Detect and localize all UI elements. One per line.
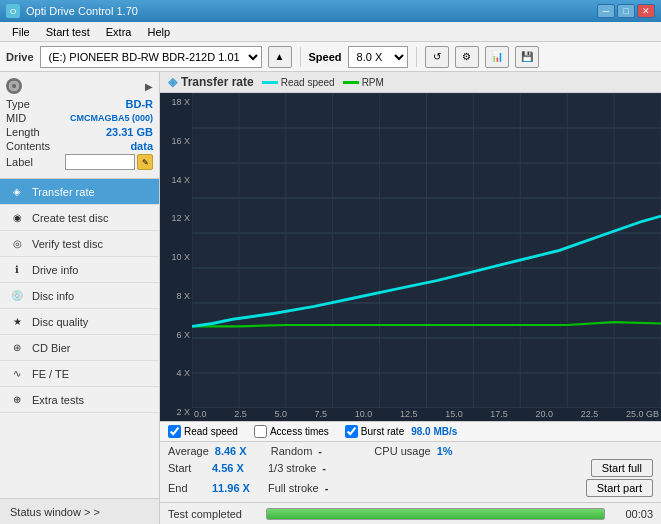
length-value: 23.31 GB — [106, 126, 153, 138]
mid-value: CMCMAGBA5 (000) — [70, 113, 153, 123]
x-axis-17-5: 17.5 — [490, 409, 508, 419]
type-label: Type — [6, 98, 30, 110]
drive-label: Drive — [6, 51, 34, 63]
speed-select[interactable]: 8.0 X — [348, 46, 408, 68]
speed-label: Speed — [309, 51, 342, 63]
sidebar: ▶ Type BD-R MID CMCMAGBA5 (000) Length 2… — [0, 72, 160, 524]
checkbox-access-times[interactable]: Access times — [254, 425, 329, 438]
status-window-button[interactable]: Status window > > — [0, 498, 159, 524]
disc-section: ▶ Type BD-R MID CMCMAGBA5 (000) Length 2… — [0, 72, 159, 179]
x-axis-0: 0.0 — [192, 409, 207, 419]
nav-disc-info[interactable]: 💿 Disc info — [0, 283, 159, 309]
checkboxes-row: Read speed Access times Burst rate 98.0 … — [160, 421, 661, 441]
fe-te-icon: ∿ — [10, 367, 24, 381]
verify-test-disc-icon: ◎ — [10, 237, 24, 251]
cpu-label: CPU usage — [374, 445, 430, 457]
nav-fe-te[interactable]: ∿ FE / TE — [0, 361, 159, 387]
menu-extra[interactable]: Extra — [98, 24, 140, 40]
full-stroke-label: Full stroke — [268, 482, 319, 494]
disc-quality-icon: ★ — [10, 315, 24, 329]
nav-disc-quality[interactable]: ★ Disc quality — [0, 309, 159, 335]
extra-tests-icon: ⊕ — [10, 393, 24, 407]
x-axis-22-5: 22.5 — [581, 409, 599, 419]
x-axis-12-5: 12.5 — [400, 409, 418, 419]
separator — [300, 47, 301, 67]
nav-extra-tests[interactable]: ⊕ Extra tests — [0, 387, 159, 413]
average-value: 8.46 X — [215, 445, 265, 457]
progress-bar — [266, 508, 605, 520]
contents-label: Contents — [6, 140, 50, 152]
label-label: Label — [6, 156, 33, 168]
graph-button[interactable]: 📊 — [485, 46, 509, 68]
app-title: Opti Drive Control 1.70 — [26, 5, 138, 17]
app-icon: O — [6, 4, 20, 18]
transfer-rate-icon: ◈ — [10, 185, 24, 199]
y-axis-label-14: 14 X — [162, 175, 190, 185]
eject-button[interactable]: ▲ — [268, 46, 292, 68]
y-axis-label-4: 4 X — [162, 368, 190, 378]
nav-transfer-rate-label: Transfer rate — [32, 186, 95, 198]
checkbox-read-speed[interactable]: Read speed — [168, 425, 238, 438]
x-axis-15: 15.0 — [445, 409, 463, 419]
settings-button[interactable]: ⚙ — [455, 46, 479, 68]
menu-file[interactable]: File — [4, 24, 38, 40]
x-axis-2-5: 2.5 — [234, 409, 247, 419]
read-speed-checkbox-label: Read speed — [184, 426, 238, 437]
time-display: 00:03 — [613, 508, 653, 520]
start-full-button[interactable]: Start full — [591, 459, 653, 477]
cd-bier-icon: ⊛ — [10, 341, 24, 355]
x-axis-5: 5.0 — [274, 409, 287, 419]
legend-read-speed-label: Read speed — [281, 77, 335, 88]
start-part-button[interactable]: Start part — [586, 479, 653, 497]
nav-transfer-rate[interactable]: ◈ Transfer rate — [0, 179, 159, 205]
progress-bar-fill — [267, 509, 604, 519]
nav-create-test-disc-label: Create test disc — [32, 212, 108, 224]
access-times-checkbox-label: Access times — [270, 426, 329, 437]
svg-point-1 — [12, 84, 16, 88]
nav-drive-info[interactable]: ℹ Drive info — [0, 257, 159, 283]
legend-rpm: RPM — [343, 77, 384, 88]
nav-disc-info-label: Disc info — [32, 290, 74, 302]
legend-rpm-color — [343, 81, 359, 84]
window-controls: ─ □ ✕ — [597, 4, 655, 18]
legend-rpm-label: RPM — [362, 77, 384, 88]
legend-read-speed: Read speed — [262, 77, 335, 88]
label-input[interactable] — [65, 154, 135, 170]
x-axis-10: 10.0 — [355, 409, 373, 419]
nav-verify-test-disc[interactable]: ◎ Verify test disc — [0, 231, 159, 257]
chart-svg — [192, 93, 661, 408]
stats-row-start: Start 4.56 X 1/3 stroke - Start full — [168, 459, 653, 477]
refresh-button[interactable]: ↺ — [425, 46, 449, 68]
chart-header: ◈ Transfer rate Read speed RPM — [160, 72, 661, 93]
random-label: Random — [271, 445, 313, 457]
checkbox-burst-rate[interactable]: Burst rate 98.0 MB/s — [345, 425, 458, 438]
menu-bar: File Start test Extra Help — [0, 22, 661, 42]
y-axis-label-10: 10 X — [162, 252, 190, 262]
full-stroke-value: - — [325, 482, 375, 494]
access-times-checkbox[interactable] — [254, 425, 267, 438]
menu-start-test[interactable]: Start test — [38, 24, 98, 40]
chart-title-text: Transfer rate — [181, 75, 254, 89]
close-button[interactable]: ✕ — [637, 4, 655, 18]
maximize-button[interactable]: □ — [617, 4, 635, 18]
disc-info-icon: 💿 — [10, 289, 24, 303]
drive-select[interactable]: (E:) PIONEER BD-RW BDR-212D 1.01 — [40, 46, 262, 68]
stroke13-label: 1/3 stroke — [268, 462, 316, 474]
nav-disc-quality-label: Disc quality — [32, 316, 88, 328]
read-speed-checkbox[interactable] — [168, 425, 181, 438]
random-value: - — [318, 445, 368, 457]
status-window-label: Status window > > — [10, 506, 100, 518]
save-button[interactable]: 💾 — [515, 46, 539, 68]
type-value: BD-R — [126, 98, 154, 110]
minimize-button[interactable]: ─ — [597, 4, 615, 18]
menu-help[interactable]: Help — [139, 24, 178, 40]
contents-value: data — [130, 140, 153, 152]
nav-create-test-disc[interactable]: ◉ Create test disc — [0, 205, 159, 231]
create-test-disc-icon: ◉ — [10, 211, 24, 225]
burst-rate-checkbox[interactable] — [345, 425, 358, 438]
nav-cd-bier[interactable]: ⊛ CD Bier — [0, 335, 159, 361]
burst-rate-value: 98.0 MB/s — [411, 426, 457, 437]
average-label: Average — [168, 445, 209, 457]
label-edit-button[interactable]: ✎ — [137, 154, 153, 170]
chart-icon: ◈ — [168, 75, 177, 89]
